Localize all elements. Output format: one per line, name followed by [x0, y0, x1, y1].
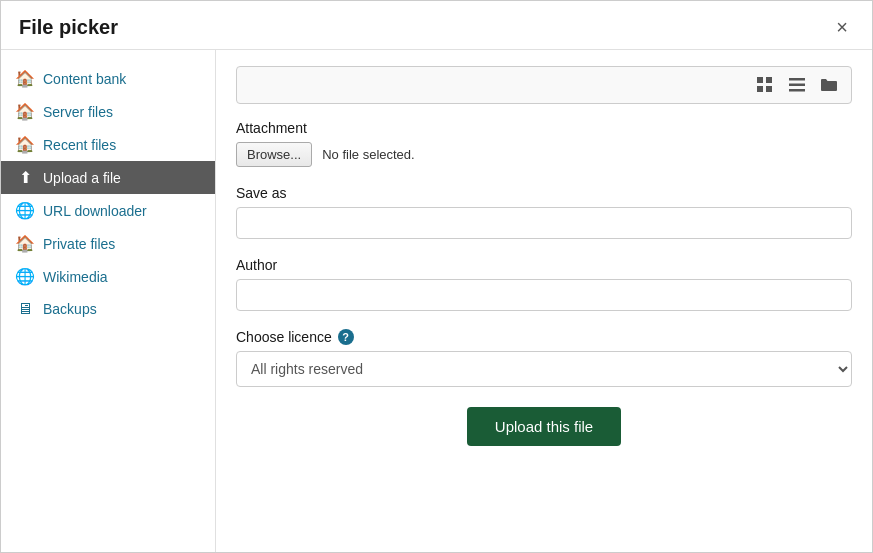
folder-view-button[interactable]	[815, 73, 843, 97]
sidebar-item-label: Recent files	[43, 137, 116, 153]
sidebar-item-wikimedia[interactable]: 🌐 Wikimedia	[1, 260, 215, 293]
sidebar-item-label: Backups	[43, 301, 97, 317]
dialog-title: File picker	[19, 16, 118, 39]
view-toolbar	[236, 66, 852, 104]
save-as-label: Save as	[236, 185, 852, 201]
list-view-button[interactable]	[783, 73, 811, 97]
file-picker-dialog: File picker × 🏠 Content bank 🏠 Server fi…	[0, 0, 873, 553]
svg-rect-2	[757, 86, 763, 92]
author-input[interactable]	[236, 279, 852, 311]
save-as-section: Save as	[236, 185, 852, 239]
sidebar-item-label: Upload a file	[43, 170, 121, 186]
svg-rect-0	[757, 77, 763, 83]
dialog-header: File picker ×	[1, 1, 872, 50]
help-icon[interactable]: ?	[338, 329, 354, 345]
svg-rect-6	[789, 89, 805, 92]
backup-icon: 🖥	[15, 300, 35, 318]
author-label: Author	[236, 257, 852, 273]
grid-view-button[interactable]	[751, 73, 779, 97]
grid-view-icon	[757, 77, 773, 93]
folder-view-icon	[821, 77, 837, 93]
save-as-input[interactable]	[236, 207, 852, 239]
sidebar-item-private-files[interactable]: 🏠 Private files	[1, 227, 215, 260]
dialog-body: 🏠 Content bank 🏠 Server files 🏠 Recent f…	[1, 50, 872, 552]
sidebar: 🏠 Content bank 🏠 Server files 🏠 Recent f…	[1, 50, 216, 552]
choose-licence-label: Choose licence	[236, 329, 332, 345]
house-icon-3: 🏠	[15, 135, 35, 154]
house-icon: 🏠	[15, 69, 35, 88]
house-icon-2: 🏠	[15, 102, 35, 121]
attachment-row: Browse... No file selected.	[236, 142, 852, 167]
sidebar-item-label: Wikimedia	[43, 269, 108, 285]
upload-this-file-button[interactable]: Upload this file	[467, 407, 621, 446]
attachment-section: Attachment Browse... No file selected.	[236, 120, 852, 167]
sidebar-item-upload-a-file[interactable]: ⬆ Upload a file	[1, 161, 215, 194]
sidebar-item-recent-files[interactable]: 🏠 Recent files	[1, 128, 215, 161]
close-button[interactable]: ×	[830, 15, 854, 39]
licence-select[interactable]: All rights reserved Public domain Creati…	[236, 351, 852, 387]
sidebar-item-url-downloader[interactable]: 🌐 URL downloader	[1, 194, 215, 227]
svg-rect-4	[789, 78, 805, 81]
list-view-icon	[789, 77, 805, 93]
licence-section: Choose licence ? All rights reserved Pub…	[236, 329, 852, 387]
wiki-icon: 🌐	[15, 267, 35, 286]
browse-button[interactable]: Browse...	[236, 142, 312, 167]
author-section: Author	[236, 257, 852, 311]
attachment-label: Attachment	[236, 120, 852, 136]
licence-label-row: Choose licence ?	[236, 329, 852, 345]
svg-rect-1	[766, 77, 772, 83]
svg-rect-5	[789, 84, 805, 87]
sidebar-item-label: Server files	[43, 104, 113, 120]
url-icon: 🌐	[15, 201, 35, 220]
sidebar-item-label: Content bank	[43, 71, 126, 87]
svg-rect-3	[766, 86, 772, 92]
sidebar-item-label: URL downloader	[43, 203, 147, 219]
house-icon-4: 🏠	[15, 234, 35, 253]
sidebar-item-backups[interactable]: 🖥 Backups	[1, 293, 215, 325]
sidebar-item-label: Private files	[43, 236, 115, 252]
upload-icon: ⬆	[15, 168, 35, 187]
main-content: Attachment Browse... No file selected. S…	[216, 50, 872, 552]
no-file-text: No file selected.	[322, 147, 415, 162]
sidebar-item-server-files[interactable]: 🏠 Server files	[1, 95, 215, 128]
sidebar-item-content-bank[interactable]: 🏠 Content bank	[1, 62, 215, 95]
